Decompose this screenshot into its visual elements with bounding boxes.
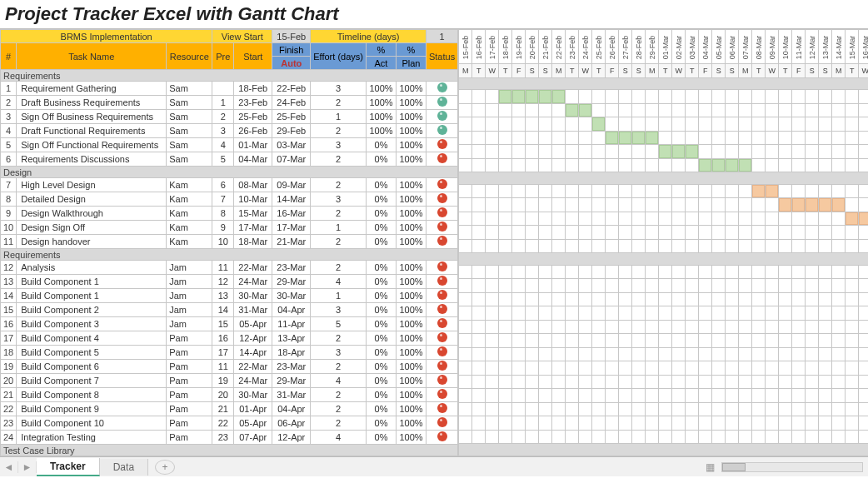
gantt-bar[interactable]	[846, 212, 858, 226]
add-sheet-button[interactable]: +	[155, 460, 175, 475]
table-row[interactable]: 7High Level DesignKam608-Mar09-Mar20%100…	[1, 178, 458, 192]
status-indicator-icon	[437, 304, 447, 314]
table-row[interactable]: 2Draft Business RequirementsSam123-Feb24…	[1, 96, 458, 110]
view-mode-icon[interactable]: ▦	[706, 461, 715, 473]
gantt-bar[interactable]	[646, 132, 658, 145]
gantt-bar[interactable]	[526, 90, 538, 103]
gantt-bar[interactable]	[539, 90, 551, 103]
gantt-bar[interactable]	[766, 185, 778, 198]
act-label: Act	[366, 57, 396, 70]
status-indicator-icon	[437, 82, 447, 92]
gantt-bar[interactable]	[566, 104, 578, 117]
group-header[interactable]: Requirements	[1, 70, 458, 82]
group-header[interactable]: Design	[1, 167, 458, 178]
date-header: 16-Mar	[859, 30, 868, 64]
gantt-bar[interactable]	[499, 90, 511, 103]
gantt-bar[interactable]	[619, 132, 631, 145]
tab-next-icon[interactable]: ►	[18, 461, 37, 473]
status-indicator-icon	[437, 139, 447, 149]
col-finish: Finish	[272, 43, 311, 57]
gantt-bar[interactable]	[606, 132, 618, 145]
day-header: T	[752, 64, 766, 78]
status-indicator-icon	[437, 276, 447, 286]
table-row[interactable]: 24Integration TestingPam2307-Apr12-Apr40…	[1, 431, 458, 445]
gantt-bar[interactable]	[632, 132, 645, 145]
plan-label: Plan	[396, 57, 426, 70]
table-row[interactable]: 14Build Component 1Jam1330-Mar30-Mar10%1…	[1, 289, 458, 303]
tab-prev-icon[interactable]: ◄	[0, 461, 18, 473]
status-indicator-icon	[437, 361, 447, 371]
project-name-cell[interactable]: BRMS Implementation	[1, 30, 212, 43]
status-indicator-icon	[437, 207, 447, 217]
date-header: 03-Mar	[686, 30, 699, 64]
tab-data[interactable]: Data	[100, 459, 148, 476]
date-header: 04-Mar	[699, 30, 712, 64]
day-header: F	[512, 64, 526, 78]
day-header: T	[846, 64, 859, 78]
status-indicator-icon	[437, 403, 447, 413]
date-header: 06-Mar	[726, 30, 739, 64]
day-header: W	[579, 64, 592, 78]
gantt-bar[interactable]	[659, 145, 671, 158]
gantt-bar[interactable]	[592, 117, 605, 131]
group-header[interactable]: Test Case Library	[1, 445, 458, 456]
group-header[interactable]: Requirements	[1, 249, 458, 261]
table-row[interactable]: 1Requirement GatheringSam18-Feb22-Feb310…	[1, 82, 458, 96]
gantt-bar[interactable]	[792, 198, 805, 212]
gantt-bar[interactable]	[712, 159, 725, 172]
table-row[interactable]: 20Build Component 7Pam1924-Mar29-Mar40%1…	[1, 374, 458, 388]
gantt-bar[interactable]	[552, 90, 565, 103]
col-status: Status	[426, 43, 457, 70]
gantt-bar[interactable]	[806, 198, 818, 212]
table-row[interactable]: 22Build Component 9Pam2101-Apr04-Apr20%1…	[1, 402, 458, 416]
gantt-bar[interactable]	[859, 212, 868, 226]
table-row[interactable]: 16Build Component 3Jam1505-Apr11-Apr50%1…	[1, 317, 458, 331]
day-header: W	[672, 64, 686, 78]
sheet-tabs: ◄ ► Tracker Data + ▦	[0, 456, 868, 476]
gantt-grid[interactable]: 15-Feb16-Feb17-Feb18-Feb19-Feb20-Feb21-F…	[458, 29, 868, 456]
table-row[interactable]: 9Design WalkthroughKam815-Mar16-Mar20%10…	[1, 207, 458, 221]
gantt-bar[interactable]	[832, 198, 845, 212]
status-indicator-icon	[437, 375, 447, 385]
gantt-bar[interactable]	[672, 145, 685, 158]
table-row[interactable]: 6Requirements DiscussionsSam504-Mar07-Ma…	[1, 152, 458, 167]
view-start-value[interactable]: 15-Feb	[272, 30, 311, 43]
status-indicator-icon	[437, 179, 447, 189]
gantt-bar[interactable]	[779, 198, 791, 212]
tab-tracker[interactable]: Tracker	[37, 458, 100, 476]
horizontal-scrollbar[interactable]	[721, 462, 863, 472]
table-row[interactable]: 18Build Component 5Pam1714-Apr18-Apr30%1…	[1, 346, 458, 360]
status-indicator-icon	[437, 417, 447, 427]
gantt-bar[interactable]	[512, 90, 525, 103]
date-header: 09-Mar	[766, 30, 779, 64]
table-row[interactable]: 23Build Component 10Pam2205-Apr06-Apr20%…	[1, 416, 458, 431]
day-header: S	[712, 64, 726, 78]
table-row[interactable]: 13Build Component 1Jam1224-Mar29-Mar40%1…	[1, 275, 458, 289]
table-row[interactable]: 15Build Component 2Jam1431-Mar04-Apr30%1…	[1, 303, 458, 317]
status-indicator-icon	[437, 346, 447, 356]
gantt-bar[interactable]	[699, 159, 711, 172]
table-row[interactable]: 3Sign Off Business RequirementsSam225-Fe…	[1, 110, 458, 124]
day-header: T	[779, 64, 792, 78]
table-row[interactable]: 12AnalysisJam1122-Mar23-Mar20%100%	[1, 261, 458, 275]
date-header: 10-Mar	[779, 30, 792, 64]
table-row[interactable]: 8Detailed DesignKam710-Mar14-Mar30%100%	[1, 192, 458, 207]
status-indicator-icon	[437, 193, 447, 203]
gantt-bar[interactable]	[752, 185, 765, 198]
table-row[interactable]: 19Build Component 6Pam1122-Mar23-Mar20%1…	[1, 360, 458, 374]
table-row[interactable]: 21Build Component 8Pam2030-Mar31-Mar20%1…	[1, 388, 458, 402]
table-row[interactable]: 11Design handoverKam1018-Mar21-Mar20%100…	[1, 235, 458, 249]
day-header: S	[726, 64, 739, 78]
table-row[interactable]: 4Draft Functional RequirementsSam326-Feb…	[1, 124, 458, 138]
day-header: W	[859, 64, 868, 78]
table-row[interactable]: 5Sign Off Functional RequirementsSam401-…	[1, 138, 458, 152]
gantt-bar[interactable]	[739, 159, 751, 172]
gantt-bar[interactable]	[819, 198, 831, 212]
table-row[interactable]: 10Design Sign OffKam917-Mar17-Mar10%100%	[1, 221, 458, 235]
gantt-bar[interactable]	[579, 104, 591, 117]
gantt-bar[interactable]	[686, 145, 698, 158]
gantt-bar[interactable]	[726, 159, 738, 172]
timeline-value[interactable]: 1	[426, 30, 457, 43]
task-table[interactable]: BRMS Implementation View Start 15-Feb Ti…	[0, 29, 458, 456]
table-row[interactable]: 17Build Component 4Pam1612-Apr13-Apr20%1…	[1, 331, 458, 346]
